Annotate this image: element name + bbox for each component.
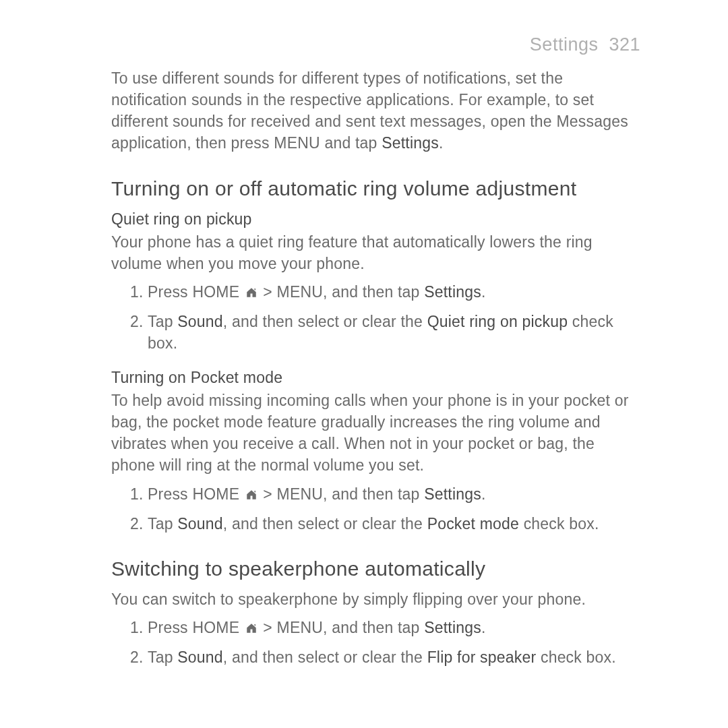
subsection-quiet-ring: Quiet ring on pickup [111, 208, 640, 230]
section-speakerphone: Switching to speakerphone automatically … [111, 555, 640, 669]
pocket-mode-paragraph: To help avoid missing incoming calls whe… [111, 390, 640, 477]
subsection-pocket-mode: Turning on Pocket mode [111, 367, 640, 388]
list-item: Tap Sound, and then select or clear the … [130, 311, 640, 354]
speakerphone-paragraph: You can switch to speakerphone by simply… [111, 588, 640, 610]
list-item: Tap Sound, and then select or clear the … [130, 646, 640, 668]
list-item: Press HOME > MENU, and then tap Settings… [130, 483, 640, 506]
section-ring-volume: Turning on or off automatic ring volume … [111, 175, 640, 535]
list-item: Tap Sound, and then select or clear the … [130, 513, 640, 535]
list-item: Press HOME > MENU, and then tap Settings… [130, 617, 640, 640]
page-number: 321 [609, 34, 640, 55]
list-item: Press HOME > MENU, and then tap Settings… [130, 281, 640, 304]
home-icon [245, 282, 257, 304]
section-title-speakerphone: Switching to speakerphone automatically [111, 555, 640, 583]
home-icon [245, 618, 257, 640]
page-header: Settings 321 [111, 32, 640, 58]
pocket-mode-steps: Press HOME > MENU, and then tap Settings… [111, 483, 640, 535]
intro-paragraph: To use different sounds for different ty… [111, 67, 640, 154]
quiet-ring-steps: Press HOME > MENU, and then tap Settings… [111, 281, 640, 355]
header-section: Settings [530, 34, 599, 55]
settings-strong: Settings [382, 134, 439, 152]
section-title-ring: Turning on or off automatic ring volume … [111, 175, 640, 203]
home-icon [245, 485, 257, 506]
quiet-ring-paragraph: Your phone has a quiet ring feature that… [111, 231, 640, 274]
speakerphone-steps: Press HOME > MENU, and then tap Settings… [111, 617, 640, 668]
